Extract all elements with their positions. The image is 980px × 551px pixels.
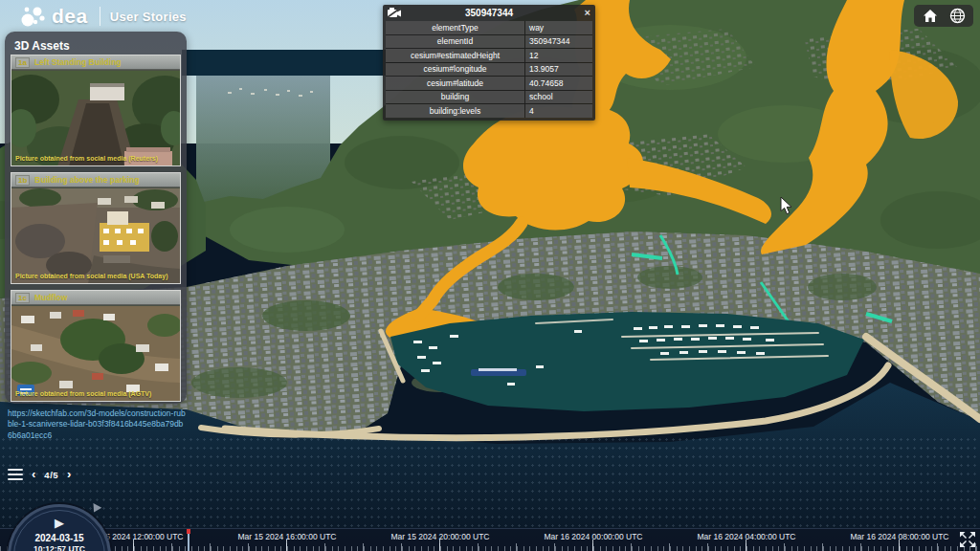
- timeline-hour-ticks: [0, 543, 980, 551]
- timeline-scrubber-needle[interactable]: [188, 529, 189, 551]
- globe-icon: [949, 8, 966, 24]
- table-row: elementType way: [386, 21, 592, 34]
- header-divider: [100, 7, 100, 26]
- asset-id-badge: 1b: [15, 175, 30, 186]
- timeline-label: Mar 15 2024 20:00:00 UTC: [364, 532, 517, 541]
- home-view-button[interactable]: [918, 6, 943, 26]
- asset-id-badge: 1c: [15, 293, 30, 303]
- asset-id-badge: 1a: [15, 57, 30, 68]
- assets-panel-title: 3D Assets: [5, 32, 187, 53]
- assets-panel: 3D Assets 1a Left Standing Building Pict…: [5, 32, 187, 404]
- row-value: way: [525, 21, 592, 34]
- infobox-table: elementType way elementId 350947344 cesi…: [386, 21, 592, 118]
- asset-caption: Picture obtained from social media (AGTV…: [15, 390, 178, 397]
- asset-caption: Picture obtained from social media (Reut…: [15, 155, 178, 162]
- next-page-button[interactable]: ›: [67, 468, 71, 481]
- current-date: 2024-03-15: [11, 533, 108, 543]
- asset-photo-1b: [11, 188, 180, 284]
- play-icon[interactable]: ▶: [11, 516, 108, 530]
- row-value: school: [525, 91, 592, 104]
- dea-logo-icon: [19, 4, 48, 29]
- row-value: 13.9057: [525, 63, 592, 77]
- harbor-water: [390, 312, 864, 411]
- app-window: dea User Stories 3D Assets 1a Left Stand…: [0, 0, 980, 551]
- fullscreen-icon[interactable]: [958, 530, 977, 549]
- table-row: cesium#longitude 13.9057: [386, 63, 592, 77]
- timeline-label: Mar 15 2024 16:00:00 UTC: [211, 532, 364, 541]
- logo-text: dea: [52, 5, 88, 28]
- view-nav-buttons: [914, 5, 973, 27]
- table-row: cesium#latitude 40.74658: [386, 77, 592, 90]
- header-bar: dea User Stories: [0, 0, 187, 33]
- asset-card-title: Left Standing Building: [34, 57, 122, 67]
- home-icon: [923, 9, 938, 23]
- infobox-title: 350947344: [465, 8, 513, 18]
- asset-photo-1c: [11, 306, 180, 402]
- asset-card-title: Building above the parking: [34, 175, 139, 185]
- asset-card-1b[interactable]: 1b Building above the parking: [11, 172, 181, 284]
- row-key: building: [386, 91, 524, 104]
- asset-card-1b-header: 1b Building above the parking: [11, 173, 180, 187]
- table-row: building:levels 4: [386, 104, 592, 118]
- prev-page-button[interactable]: ‹: [32, 468, 35, 481]
- asset-card-1a[interactable]: 1a Left Standing Building Picture obtain…: [11, 55, 181, 166]
- menu-icon[interactable]: [8, 467, 23, 482]
- asset-card-title: Mudflow: [34, 293, 67, 302]
- camera-track-icon[interactable]: [387, 7, 402, 18]
- table-row: elementId 350947344: [386, 35, 592, 49]
- row-value: 40.74658: [525, 77, 592, 90]
- timeline-bar[interactable]: Mar 15 2024 12:00:00 UTC Mar 15 2024 16:…: [0, 528, 980, 551]
- ferry-boat: [471, 368, 526, 376]
- row-value: 12: [525, 49, 592, 62]
- asset-photo-1a: [11, 71, 180, 166]
- row-key: elementType: [386, 21, 524, 34]
- globe-view-button[interactable]: [945, 6, 969, 26]
- asset-caption: Picture obtained from social media (USA …: [15, 273, 178, 279]
- row-key: building:levels: [386, 104, 524, 118]
- row-value: 4: [525, 104, 592, 118]
- asset-card-1c-header: 1c Mudflow: [11, 291, 180, 305]
- timeline-label: Mar 16 2024 00:00:00 UTC: [517, 532, 670, 541]
- page-title: User Stories: [110, 10, 187, 24]
- asset-card-1c[interactable]: 1c Mudflow Picture obtained from social …: [11, 290, 181, 402]
- feature-infobox: 350947344 × elementType way elementId 35…: [383, 5, 595, 121]
- infobox-titlebar: 350947344 ×: [383, 5, 595, 21]
- story-pagination: ‹ 4/5 ›: [8, 467, 71, 482]
- asset-card-1a-header: 1a Left Standing Building: [11, 55, 180, 70]
- page-indicator: 4/5: [44, 470, 58, 480]
- row-key: elementId: [386, 35, 524, 49]
- timeline-label: Mar 16 2024 08:00:00 UTC: [823, 532, 976, 541]
- timeline-label: Mar 16 2024 04:00:00 UTC: [670, 532, 823, 541]
- row-key: cesium#latitude: [386, 77, 524, 90]
- close-icon[interactable]: ×: [585, 6, 590, 19]
- current-time: 10:12:57 UTC: [11, 544, 108, 551]
- row-value: 350947344: [525, 35, 592, 49]
- sketchfab-link[interactable]: https://sketchfab.com/3d-models/construc…: [8, 408, 186, 441]
- row-key: cesium#longitude: [386, 63, 524, 77]
- table-row: building school: [386, 91, 592, 104]
- row-key: cesium#estimatedHeight: [386, 49, 524, 62]
- table-row: cesium#estimatedHeight 12: [386, 49, 592, 62]
